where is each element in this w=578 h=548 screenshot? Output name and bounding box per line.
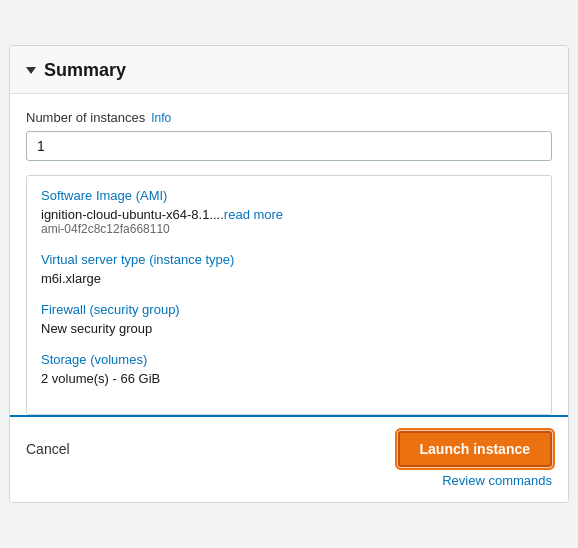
summary-inner: Software Image (AMI) ignition-cloud-ubun… — [27, 176, 551, 406]
review-commands-link[interactable]: Review commands — [26, 473, 552, 488]
storage-value: 2 volume(s) - 66 GiB — [41, 371, 537, 386]
cancel-button[interactable]: Cancel — [26, 441, 70, 457]
ami-sub: ami-04f2c8c12fa668110 — [41, 222, 537, 236]
ami-label[interactable]: Software Image (AMI) — [41, 188, 537, 203]
panel-footer: Cancel Launch instance Review commands — [10, 415, 568, 502]
instances-info-link[interactable]: Info — [151, 111, 171, 125]
panel-title: Summary — [44, 60, 126, 81]
summary-scroll-area[interactable]: Software Image (AMI) ignition-cloud-ubun… — [26, 175, 552, 415]
storage-label[interactable]: Storage (volumes) — [41, 352, 537, 367]
summary-panel: Summary Number of instances Info Softwar… — [9, 45, 569, 503]
instances-input[interactable] — [26, 131, 552, 161]
instance-type-value: m6i.xlarge — [41, 271, 537, 286]
ami-read-more-link[interactable]: read more — [224, 207, 283, 222]
summary-item-storage: Storage (volumes) 2 volume(s) - 66 GiB — [41, 352, 537, 386]
summary-item-instance-type: Virtual server type (instance type) m6i.… — [41, 252, 537, 286]
footer-actions: Cancel Launch instance — [26, 431, 552, 467]
panel-body: Number of instances Info Software Image … — [10, 94, 568, 415]
panel-header: Summary — [10, 46, 568, 94]
collapse-icon — [26, 67, 36, 74]
firewall-value: New security group — [41, 321, 537, 336]
instance-type-label[interactable]: Virtual server type (instance type) — [41, 252, 537, 267]
firewall-label[interactable]: Firewall (security group) — [41, 302, 537, 317]
instances-label: Number of instances Info — [26, 110, 552, 125]
summary-item-firewall: Firewall (security group) New security g… — [41, 302, 537, 336]
ami-value: ignition-cloud-ubuntu-x64-8.1....read mo… — [41, 207, 537, 222]
launch-instance-button[interactable]: Launch instance — [398, 431, 552, 467]
summary-item-ami: Software Image (AMI) ignition-cloud-ubun… — [41, 188, 537, 236]
